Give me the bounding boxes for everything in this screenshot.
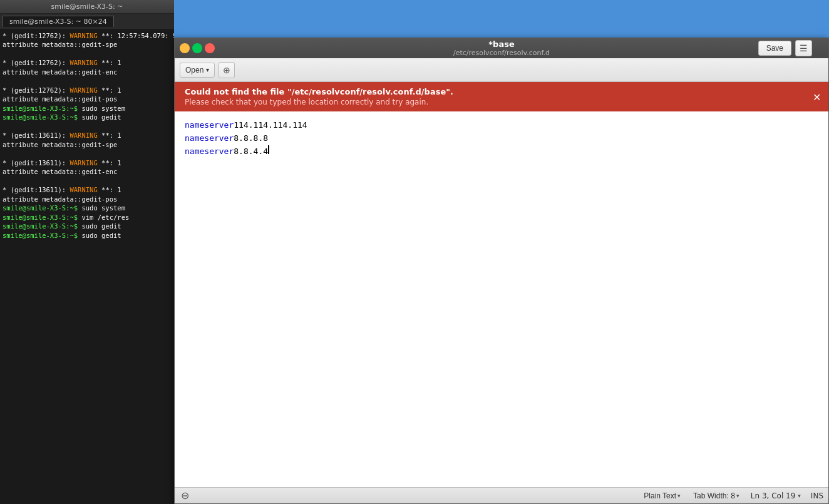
- error-title: Could not find the file "/etc/resolvconf…: [185, 87, 818, 96]
- open-button-label: Open: [185, 66, 203, 75]
- term-line: smile@smile-X3-S:~$ vim /etc/res: [3, 213, 172, 222]
- gedit-title-area: *base /etc/resolvconf/resolv.conf.d: [230, 39, 773, 57]
- editor-line-2: nameserver 8.8.8.8: [185, 132, 818, 145]
- tab-width-label: Tab Width: 8: [693, 491, 735, 500]
- gedit-titlebar: *base /etc/resolvconf/resolv.conf.d Save…: [175, 38, 828, 58]
- term-line: smile@smile-X3-S:~$ sudo gedit: [3, 231, 172, 240]
- insert-mode: INS: [811, 491, 823, 500]
- gedit-close-button[interactable]: [205, 43, 215, 53]
- tab-width-selector[interactable]: Tab Width: 8 ▾: [692, 491, 741, 500]
- hamburger-menu-button[interactable]: ☰: [795, 40, 812, 56]
- term-line: [3, 177, 172, 185]
- position-label: Ln 3, Col 19: [751, 491, 796, 500]
- editor-value-1: 114.114.114.114: [234, 119, 307, 132]
- new-tab-icon: ⊕: [223, 65, 230, 75]
- tab-width-dropdown-button[interactable]: Tab Width: 8 ▾: [692, 491, 741, 500]
- language-chevron-icon: ▾: [677, 493, 681, 499]
- gedit-maximize-button[interactable]: [192, 43, 202, 53]
- term-line: [3, 122, 172, 131]
- term-line: * (gedit:12762): WARNING **: 1: [3, 86, 172, 95]
- status-right: Plain Text ▾ Tab Width: 8 ▾ Ln 3, Col 19…: [642, 491, 823, 500]
- terminal-window: smile@smile-X3-S: ~ smile@smile-X3-S: ~ …: [0, 0, 174, 504]
- term-line: smile@smile-X3-S:~$ sudo system: [3, 203, 172, 212]
- gedit-toolbar: Open ▾ ⊕: [175, 58, 828, 82]
- tab-width-chevron-icon: ▾: [736, 493, 739, 499]
- term-line: * (gedit:12762): WARNING **: 1: [3, 58, 172, 67]
- term-line: attribute metadata::gedit-spe: [3, 40, 172, 49]
- term-line: * (gedit:13611): WARNING **: 1: [3, 185, 172, 194]
- language-label: Plain Text: [644, 491, 676, 500]
- status-left: ⊖: [180, 490, 190, 501]
- language-selector[interactable]: Plain Text ▾: [642, 491, 682, 500]
- term-line: smile@smile-X3-S:~$ sudo gedit: [3, 113, 172, 121]
- term-line: smile@smile-X3-S:~$ sudo system: [3, 104, 172, 113]
- terminal-tabbar: smile@smile-X3-S: ~ 80×24: [0, 14, 174, 29]
- keyword-nameserver-2: nameserver: [185, 132, 234, 145]
- term-line: attribute metadata::gedit-spe: [3, 140, 172, 149]
- error-banner: Could not find the file "/etc/resolvconf…: [175, 82, 828, 111]
- save-button[interactable]: Save: [758, 41, 791, 56]
- terminal-body: * (gedit:12762): WARNING **: 12:57:54.07…: [0, 29, 174, 504]
- gedit-filename: *base: [488, 39, 514, 49]
- editor-line-1: nameserver 114.114.114.114: [185, 119, 818, 132]
- cursor-position: Ln 3, Col 19 ▾: [751, 491, 801, 500]
- keyword-nameserver-1: nameserver: [185, 119, 234, 132]
- terminal-title: smile@smile-X3-S: ~: [51, 3, 123, 11]
- gedit-minimize-button[interactable]: [180, 43, 190, 53]
- term-line: smile@smile-X3-S:~$ sudo gedit: [3, 222, 172, 230]
- status-bar: ⊖ Plain Text ▾ Tab Width: 8 ▾ Ln 3, Col …: [175, 487, 828, 503]
- term-line: [3, 76, 172, 85]
- error-close-button[interactable]: ✕: [813, 91, 821, 103]
- zoom-out-button[interactable]: ⊖: [180, 490, 190, 501]
- term-line: attribute metadata::gedit-pos: [3, 95, 172, 103]
- editor-area[interactable]: nameserver 114.114.114.114 nameserver 8.…: [175, 111, 828, 487]
- language-dropdown-button[interactable]: Plain Text ▾: [642, 491, 682, 500]
- gedit-window: *base /etc/resolvconf/resolv.conf.d Save…: [174, 38, 829, 504]
- term-line: [3, 49, 172, 58]
- keyword-nameserver-3: nameserver: [185, 145, 234, 158]
- term-line: attribute metadata::gedit-enc: [3, 167, 172, 176]
- ins-label: INS: [811, 491, 823, 500]
- position-chevron-icon: ▾: [798, 493, 801, 499]
- open-dropdown-arrow[interactable]: ▾: [206, 66, 209, 73]
- error-description: Please check that you typed the location…: [185, 98, 818, 106]
- editor-line-3: nameserver 8.8.4.4: [185, 145, 818, 158]
- new-tab-button[interactable]: ⊕: [219, 62, 235, 78]
- term-line: [3, 149, 172, 158]
- open-button[interactable]: Open ▾: [180, 63, 215, 78]
- term-line: * (gedit:13611): WARNING **: 1: [3, 131, 172, 140]
- editor-value-2: 8.8.8.8: [234, 132, 268, 145]
- editor-value-3: 8.8.4.4: [234, 145, 268, 158]
- gedit-filepath: /etc/resolvconf/resolv.conf.d: [453, 49, 550, 57]
- term-line: attribute metadata::gedit-enc: [3, 68, 172, 76]
- terminal-titlebar: smile@smile-X3-S: ~: [0, 0, 174, 14]
- term-line: * (gedit:12762): WARNING **: 12:57:54.07…: [3, 31, 172, 40]
- terminal-tab[interactable]: smile@smile-X3-S: ~ 80×24: [3, 16, 114, 27]
- term-line: * (gedit:13611): WARNING **: 1: [3, 158, 172, 167]
- text-cursor: [268, 145, 269, 154]
- term-line: attribute metadata::gedit-pos: [3, 195, 172, 203]
